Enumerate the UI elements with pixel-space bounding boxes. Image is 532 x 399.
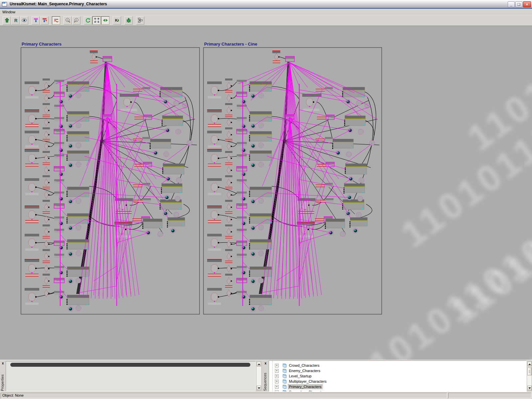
- node-bar[interactable]: [90, 51, 98, 53]
- variable-node[interactable]: [258, 251, 264, 256]
- tree-item-secondary_characters[interactable]: +Secondary_Characters: [269, 389, 526, 392]
- node-bar[interactable]: [25, 178, 39, 181]
- node-bar[interactable]: [225, 78, 232, 80]
- node-bar[interactable]: [316, 139, 325, 141]
- scroll-up-button[interactable]: [527, 362, 532, 366]
- node-bar[interactable]: [25, 259, 39, 262]
- variable-node[interactable]: [359, 178, 364, 183]
- node-bar[interactable]: [208, 274, 221, 276]
- event-node[interactable]: [29, 183, 35, 191]
- variable-node[interactable]: [158, 231, 163, 237]
- node-bar[interactable]: [25, 110, 39, 112]
- node-bar[interactable]: [43, 175, 50, 177]
- event-node[interactable]: [211, 211, 218, 219]
- variable-node[interactable]: [258, 278, 264, 283]
- expand-icon[interactable]: +: [275, 374, 279, 378]
- node-bar[interactable]: [208, 164, 221, 166]
- event-node[interactable]: [211, 154, 218, 162]
- node-bar[interactable]: [43, 224, 50, 226]
- tree-item-level_startup[interactable]: +Level_Startup: [269, 373, 526, 379]
- variable-node[interactable]: [258, 225, 264, 230]
- tree-item-multiplayer_characters[interactable]: +Multiplayer_Characters: [269, 379, 526, 384]
- curved-connections-button[interactable]: [52, 16, 60, 25]
- properties-scrollbar[interactable]: [256, 361, 262, 391]
- node-bar[interactable]: [208, 220, 221, 223]
- node-bar[interactable]: [25, 220, 39, 223]
- node-bar[interactable]: [25, 193, 39, 195]
- node-bar[interactable]: [272, 51, 280, 53]
- variable-node[interactable]: [76, 198, 81, 203]
- node-bar[interactable]: [315, 219, 324, 221]
- expand-icon[interactable]: +: [275, 364, 279, 367]
- sequences-scrollbar[interactable]: [527, 361, 532, 391]
- variable-node[interactable]: [258, 123, 264, 128]
- node-bar[interactable]: [207, 81, 222, 84]
- node-bar[interactable]: [207, 259, 222, 262]
- node-bar[interactable]: [133, 139, 142, 141]
- restore-button[interactable]: ❏: [515, 1, 522, 7]
- event-node[interactable]: [211, 86, 218, 94]
- event-node[interactable]: [29, 293, 35, 301]
- node-bar[interactable]: [43, 274, 50, 276]
- variable-node[interactable]: [258, 306, 264, 311]
- variable-node[interactable]: [176, 129, 181, 134]
- node-bar[interactable]: [208, 303, 221, 305]
- node-bar[interactable]: [25, 303, 39, 305]
- sequences-tree[interactable]: +Crowd_Characters+Enemy_Characters+Level…: [269, 360, 527, 392]
- zoom-to-selected-button[interactable]: K: [72, 16, 80, 25]
- node-bar[interactable]: [43, 151, 50, 153]
- node-bar[interactable]: [134, 117, 144, 119]
- variable-node[interactable]: [176, 178, 182, 183]
- event-node[interactable]: [29, 86, 35, 94]
- node-bar[interactable]: [207, 131, 222, 133]
- variable-node[interactable]: [76, 162, 81, 167]
- event-node[interactable]: [211, 264, 218, 272]
- node-bar[interactable]: [225, 224, 232, 226]
- sequences-close-icon[interactable]: x: [264, 362, 267, 365]
- node-bar[interactable]: [133, 185, 142, 187]
- node-bar[interactable]: [208, 145, 221, 148]
- pan-mode-button[interactable]: [101, 16, 109, 25]
- event-node[interactable]: [211, 115, 218, 123]
- event-node[interactable]: [302, 201, 308, 209]
- variable-node[interactable]: [174, 212, 179, 217]
- node-bar[interactable]: [90, 61, 98, 63]
- variable-node[interactable]: [258, 93, 264, 98]
- node-bar[interactable]: [225, 103, 232, 105]
- properties-content[interactable]: [6, 361, 256, 391]
- event-node[interactable]: [211, 183, 218, 191]
- variable-node[interactable]: [258, 143, 264, 148]
- node-bar[interactable]: [120, 109, 137, 111]
- node-bar[interactable]: [273, 61, 280, 63]
- variable-node[interactable]: [164, 152, 169, 157]
- node-bar[interactable]: [25, 145, 39, 148]
- refresh-button[interactable]: [84, 16, 92, 25]
- rename-sequence-button[interactable]: R: [11, 16, 20, 25]
- event-node[interactable]: [29, 136, 35, 144]
- close-button[interactable]: ×: [523, 1, 531, 7]
- node-bar[interactable]: [25, 131, 39, 133]
- node-bar[interactable]: [133, 89, 143, 91]
- sequence-graph[interactable]: Primary CharactersPrimary Characters - C…: [0, 26, 532, 360]
- node-bar[interactable]: [207, 178, 222, 181]
- node-bar[interactable]: [225, 127, 232, 129]
- node-bar[interactable]: [25, 149, 39, 152]
- node-bar[interactable]: [25, 81, 39, 84]
- expand-icon[interactable]: +: [275, 369, 279, 373]
- scroll-down-button[interactable]: [257, 386, 261, 390]
- event-node[interactable]: [119, 201, 126, 209]
- node-bar[interactable]: [208, 96, 221, 98]
- variable-node[interactable]: [76, 93, 81, 98]
- variable-node[interactable]: [76, 306, 81, 311]
- tree-item-enemy_characters[interactable]: +Enemy_Characters: [269, 368, 526, 373]
- node-bar[interactable]: [208, 193, 221, 195]
- node-bar[interactable]: [225, 175, 232, 177]
- event-node[interactable]: [211, 239, 218, 247]
- parent-sequence-button[interactable]: [3, 16, 11, 25]
- variable-node[interactable]: [340, 231, 345, 237]
- event-node[interactable]: [124, 98, 130, 106]
- show-output-pins-button[interactable]: [32, 16, 40, 25]
- variable-node[interactable]: [258, 198, 264, 203]
- event-node[interactable]: [211, 136, 218, 144]
- variable-node[interactable]: [358, 129, 363, 134]
